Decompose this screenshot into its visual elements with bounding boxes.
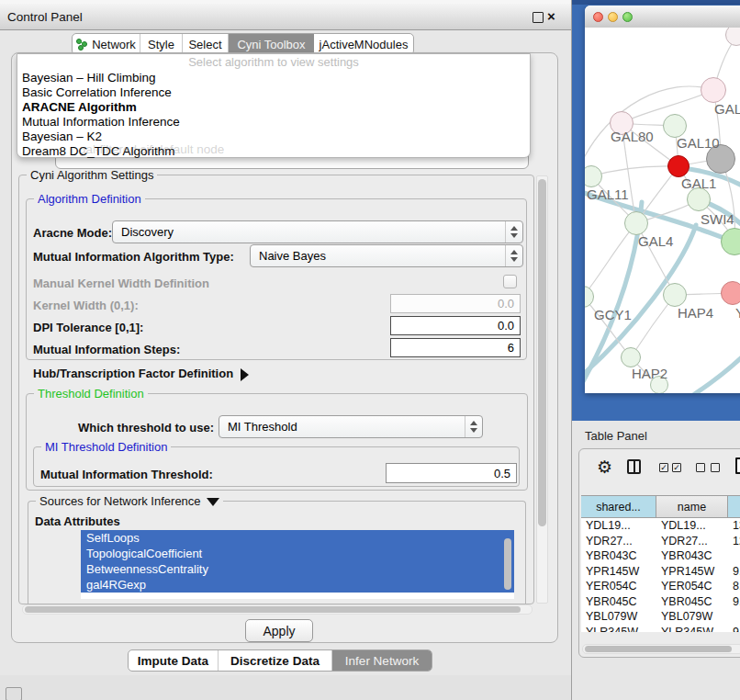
table-row[interactable]: YBR043CYBR043C	[581, 548, 740, 564]
mi-type-combo[interactable]: Naive Bayes	[250, 244, 523, 267]
settings-vertical-scrollbar[interactable]	[536, 175, 548, 604]
mi-steps-input[interactable]: 6	[390, 338, 521, 357]
mi-threshold-input[interactable]: 0.5	[386, 463, 517, 483]
close-icon[interactable]: ×	[547, 8, 555, 24]
table-row[interactable]: YER054CYER054C8.	[581, 579, 740, 594]
network-icon	[76, 39, 87, 50]
table-header-row: shared... name	[581, 496, 740, 518]
node-gal80[interactable]	[610, 111, 633, 135]
docked-panel-icon[interactable]	[6, 687, 22, 700]
table-row[interactable]: YBR045CYBR045C9.	[581, 594, 740, 610]
combo-spinner-icon[interactable]	[505, 245, 522, 266]
kernel-width-label: Kernel Width (0,1):	[33, 299, 139, 312]
table-row[interactable]: YLR345WYLR345W9.	[581, 625, 740, 633]
checkbox-checked-icon[interactable]: ✓	[659, 463, 668, 472]
dropdown-item[interactable]: Dream8 DC_TDC Algorithm	[17, 144, 530, 159]
tab-network[interactable]: Network	[73, 34, 140, 54]
mi-threshold-label: Mutual Information Threshold:	[40, 468, 213, 481]
dropdown-item[interactable]: Mutual Information Inference	[17, 115, 530, 130]
float-window-icon[interactable]	[533, 12, 544, 23]
combo-spinner-icon[interactable]	[465, 416, 482, 437]
list-item[interactable]: SelfLoops	[81, 530, 514, 546]
control-panel-titlebar: Control Panel ×	[0, 4, 571, 30]
settings-hscroll-thumb[interactable]	[25, 606, 521, 613]
settings-vscroll-thumb[interactable]	[538, 179, 546, 526]
column-header-name[interactable]: name	[656, 496, 728, 517]
close-traffic-light-icon[interactable]	[593, 12, 603, 22]
network-view-window[interactable]: GAL GAL80 GAL10 GAL1 GAL11 SWI4 GAL4 GCY…	[585, 6, 740, 393]
mi-steps-label: Mutual Information Steps:	[33, 343, 180, 356]
apply-button[interactable]: Apply	[245, 619, 313, 642]
list-item[interactable]: TopologicalCoefficient	[81, 546, 514, 561]
checkbox-checked-icon[interactable]: ✓	[672, 463, 681, 472]
aracne-mode-combo[interactable]: Discovery	[112, 220, 523, 243]
node-hap2[interactable]	[621, 347, 641, 367]
algorithm-dropdown[interactable]: Select algorithm to view settings Bayesi…	[17, 53, 531, 158]
mi-type-label: Mutual Information Algorithm Type:	[33, 250, 234, 264]
threshold-definition-label: Threshold Definition	[34, 387, 148, 401]
node-unlabeled-bottom[interactable]	[650, 376, 668, 393]
table-panel-area: Table Panel ⚙ ✓ ✓ shared... name YDL19..…	[572, 421, 740, 700]
tab-jactivemnodules[interactable]: jActiveMNodules	[314, 34, 413, 54]
node-salmon[interactable]	[721, 281, 740, 305]
dpi-tolerance-input[interactable]: 0.0	[390, 316, 521, 335]
tab-infer-network[interactable]: Infer Network	[332, 650, 432, 671]
table-hscroll-thumb[interactable]	[585, 646, 732, 652]
split-columns-icon[interactable]	[627, 459, 641, 474]
column-header-shared-name[interactable]: shared...	[581, 496, 656, 517]
node-gal7[interactable]	[701, 77, 726, 103]
dropdown-item[interactable]: Bayesian – K2	[17, 130, 530, 144]
list-item[interactable]: BetweennessCentrality	[81, 561, 514, 577]
table-row[interactable]: YBL079WYBL079W	[581, 609, 740, 625]
minimize-traffic-light-icon[interactable]	[608, 12, 618, 22]
which-threshold-label: Which threshold to use:	[78, 421, 214, 435]
table-horizontal-scrollbar[interactable]	[582, 644, 740, 654]
column-header-cut[interactable]	[728, 496, 740, 517]
hub-definition-toggle[interactable]: Hub/Transcription Factor Definition	[33, 367, 249, 381]
manual-kernel-checkbox[interactable]	[503, 275, 517, 288]
sources-group-label[interactable]: Sources for Network Inference	[36, 494, 223, 508]
table-row[interactable]: YPR145WYPR145W9.	[581, 564, 740, 580]
node-gal1-red[interactable]	[667, 155, 690, 177]
table-panel-title: Table Panel	[585, 429, 647, 443]
dropdown-placeholder: Select algorithm to view settings	[17, 54, 530, 71]
node-attribute-table[interactable]: shared... name YDL19...YDL19...13 YDR27.…	[581, 495, 740, 632]
table-row[interactable]: YDR27...YDR27...12	[581, 534, 740, 549]
tab-impute-data[interactable]: Impute Data	[129, 650, 219, 671]
which-threshold-combo[interactable]: MI Threshold	[219, 415, 483, 438]
dropdown-item[interactable]: Bayesian – Hill Climbing	[17, 71, 530, 85]
settings-horizontal-scrollbar[interactable]	[22, 604, 533, 615]
list-item[interactable]: gal4RGexp	[81, 577, 514, 593]
network-window-titlebar[interactable]	[585, 6, 740, 28]
table-row[interactable]: YDL19...YDL19...13	[581, 518, 740, 534]
tab-select[interactable]: Select	[183, 34, 229, 54]
data-attributes-label: Data Attributes	[35, 514, 120, 528]
data-attributes-list[interactable]: SelfLoops TopologicalCoefficient Between…	[81, 530, 514, 599]
node-swi4-small[interactable]	[687, 187, 711, 211]
checkbox-unchecked-icon[interactable]	[696, 463, 705, 472]
network-canvas[interactable]: GAL GAL80 GAL10 GAL1 GAL11 SWI4 GAL4 GCY…	[585, 28, 740, 393]
cyni-algorithm-settings-label: Cyni Algorithm Settings	[27, 168, 157, 182]
gear-icon[interactable]: ⚙	[597, 458, 612, 476]
zoom-traffic-light-icon[interactable]	[622, 12, 633, 22]
tab-style[interactable]: Style	[140, 34, 183, 54]
node-gal10[interactable]	[663, 114, 687, 138]
dropdown-item-selected[interactable]: ARACNE Algorithm	[17, 100, 530, 115]
node-gal4[interactable]	[624, 211, 648, 235]
aracne-mode-label: Aracne Mode:	[33, 226, 112, 240]
document-icon[interactable]	[735, 457, 740, 474]
node-hap4[interactable]	[663, 283, 687, 307]
cyni-subtabs: Impute Data Discretize Data Infer Networ…	[128, 649, 432, 672]
algorithm-definition-label: Algorithm Definition	[34, 192, 145, 206]
kernel-width-input[interactable]: 0.0	[390, 294, 521, 313]
manual-kernel-label: Manual Kernel Width Definition	[33, 277, 209, 290]
combo-spinner-icon[interactable]	[505, 221, 522, 243]
tab-cyni-toolbox[interactable]: Cyni Toolbox	[229, 34, 314, 54]
list-scrollbar-thumb[interactable]	[504, 538, 511, 590]
dropdown-item[interactable]: Basic Correlation Inference	[17, 85, 530, 100]
expand-right-icon[interactable]	[241, 368, 249, 381]
checkbox-unchecked-icon[interactable]	[711, 463, 720, 472]
node-gray[interactable]	[706, 144, 735, 174]
tab-discretize-data[interactable]: Discretize Data	[219, 650, 332, 671]
collapse-down-icon[interactable]	[207, 498, 219, 506]
